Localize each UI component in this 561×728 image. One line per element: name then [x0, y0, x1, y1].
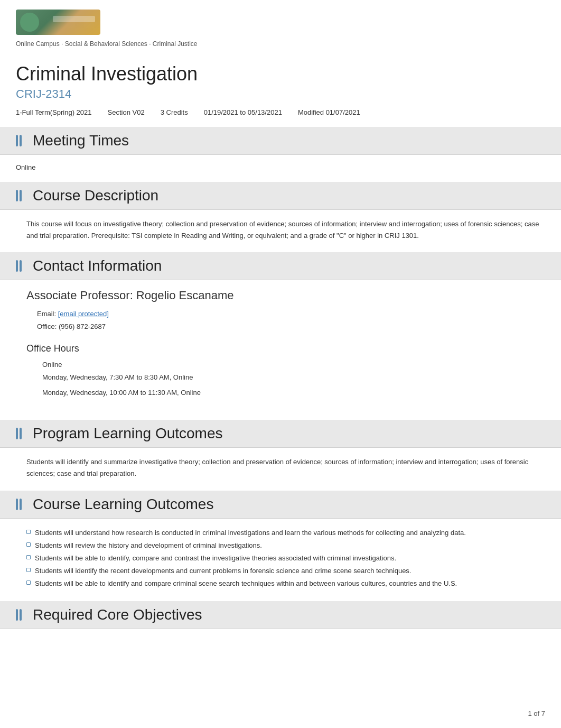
- bullet-icon-5: [26, 580, 31, 585]
- office-value: (956) 872-2687: [59, 322, 106, 330]
- program-learning-outcomes-icon: [16, 427, 26, 440]
- program-learning-outcomes-title: Program Learning Outcomes: [33, 425, 223, 442]
- clo-text-2: Students will review the history and dev…: [35, 540, 262, 551]
- required-core-objectives-header: Required Core Objectives: [0, 601, 561, 629]
- course-meta: 1-Full Term(Spring) 2021 Section V02 3 C…: [16, 108, 545, 116]
- required-core-objectives-empty: [16, 629, 545, 661]
- office-hours-schedule-1: Monday, Wednesday, 7:30 AM to 8:30 AM, O…: [42, 371, 545, 383]
- required-core-objectives-title: Required Core Objectives: [33, 606, 202, 623]
- clo-item-1: Students will understand how research is…: [16, 527, 545, 539]
- program-learning-outcomes-text: Students will identify and summarize inv…: [16, 456, 545, 480]
- professor-name: Associate Professor: Rogelio Escaname: [16, 289, 545, 302]
- course-description-header: Course Description: [0, 182, 561, 209]
- bullet-icon-4: [26, 568, 31, 572]
- clo-item-3: Students will be able to identify, compa…: [16, 552, 545, 564]
- breadcrumb-item-2: Social & Behavioral Sciences: [65, 40, 147, 48]
- required-core-objectives-icon: [16, 609, 26, 621]
- clo-item-4: Students will identify the recent develo…: [16, 565, 545, 577]
- bullet-icon-1: [26, 530, 31, 534]
- course-learning-outcomes-title: Course Learning Outcomes: [33, 496, 213, 513]
- clo-text-1: Students will understand how research is…: [35, 527, 466, 539]
- clo-item-5: Students will be able to identify and co…: [16, 578, 545, 589]
- main-content: Criminal Investigation CRIJ-2314 1-Full …: [0, 57, 561, 661]
- office-hours-type-1: Online: [42, 358, 545, 371]
- course-code: CRIJ-2314: [16, 87, 545, 101]
- office-hours-entry-1: Online Monday, Wednesday, 7:30 AM to 8:3…: [16, 358, 545, 383]
- logo-area: [16, 10, 545, 35]
- course-description-icon: [16, 189, 26, 202]
- contact-section-content: Associate Professor: Rogelio Escaname Em…: [0, 280, 561, 420]
- contact-information-icon: [16, 260, 26, 272]
- program-learning-outcomes-header: Program Learning Outcomes: [0, 420, 561, 447]
- page-footer: 1 of 7: [528, 709, 545, 717]
- professor-block: Associate Professor: Rogelio Escaname Em…: [16, 289, 545, 333]
- email-label: Email:: [37, 310, 56, 318]
- clo-text-4: Students will identify the recent develo…: [35, 565, 412, 577]
- breadcrumb-item-3: Criminal Justice: [153, 40, 198, 48]
- breadcrumb: Online Campus · Social & Behavioral Scie…: [16, 38, 545, 53]
- contact-email-row: Email: [email protected]: [16, 308, 545, 320]
- course-description-content: This course will focus on investigative …: [0, 210, 561, 252]
- meeting-times-title: Meeting Times: [33, 132, 129, 149]
- clo-item-2: Students will review the history and dev…: [16, 540, 545, 551]
- breadcrumb-sep-1: ·: [61, 40, 65, 48]
- office-hours-entry-2: Monday, Wednesday, 10:00 AM to 11:30 AM,…: [16, 386, 545, 399]
- breadcrumb-text: Online Campus: [16, 40, 60, 48]
- header: Online Campus · Social & Behavioral Scie…: [0, 0, 561, 57]
- bullet-icon-3: [26, 555, 31, 559]
- course-learning-outcomes-header: Course Learning Outcomes: [0, 491, 561, 518]
- page-number: 1 of 7: [528, 709, 545, 717]
- office-hours-title: Office Hours: [16, 343, 545, 354]
- clo-text-3: Students will be able to identify, compa…: [35, 552, 396, 564]
- course-description-text: This course will focus on investigative …: [16, 218, 545, 242]
- meeting-times-content: Online: [0, 155, 561, 182]
- office-hours-block: Office Hours Online Monday, Wednesday, 7…: [16, 343, 545, 399]
- meeting-times-header: Meeting Times: [0, 127, 561, 154]
- office-hours-schedule-2: Monday, Wednesday, 10:00 AM to 11:30 AM,…: [42, 386, 545, 399]
- course-credits: 3 Credits: [161, 108, 188, 116]
- office-label: Office:: [37, 322, 57, 330]
- program-learning-outcomes-content: Students will identify and summarize inv…: [0, 448, 561, 490]
- bullet-icon-2: [26, 542, 31, 547]
- course-modified: Modified 01/07/2021: [298, 108, 360, 116]
- course-section: Section V02: [108, 108, 145, 116]
- contact-office-row: Office: (956) 872-2687: [16, 320, 545, 333]
- course-learning-outcomes-content: Students will understand how research is…: [0, 519, 561, 601]
- course-term: 1-Full Term(Spring) 2021: [16, 108, 92, 116]
- contact-information-header: Contact Information: [0, 252, 561, 280]
- course-title: Criminal Investigation: [16, 57, 545, 85]
- meeting-times-value: Online: [16, 163, 545, 171]
- email-link[interactable]: [email protected]: [58, 310, 109, 318]
- course-learning-outcomes-icon: [16, 498, 26, 511]
- breadcrumb-sep-2: ·: [149, 40, 153, 48]
- college-logo: [16, 10, 100, 35]
- contact-information-title: Contact Information: [33, 257, 162, 274]
- clo-text-5: Students will be able to identify and co…: [35, 578, 457, 589]
- course-dates: 01/19/2021 to 05/13/2021: [204, 108, 282, 116]
- meeting-times-icon: [16, 134, 26, 147]
- course-description-title: Course Description: [33, 187, 158, 204]
